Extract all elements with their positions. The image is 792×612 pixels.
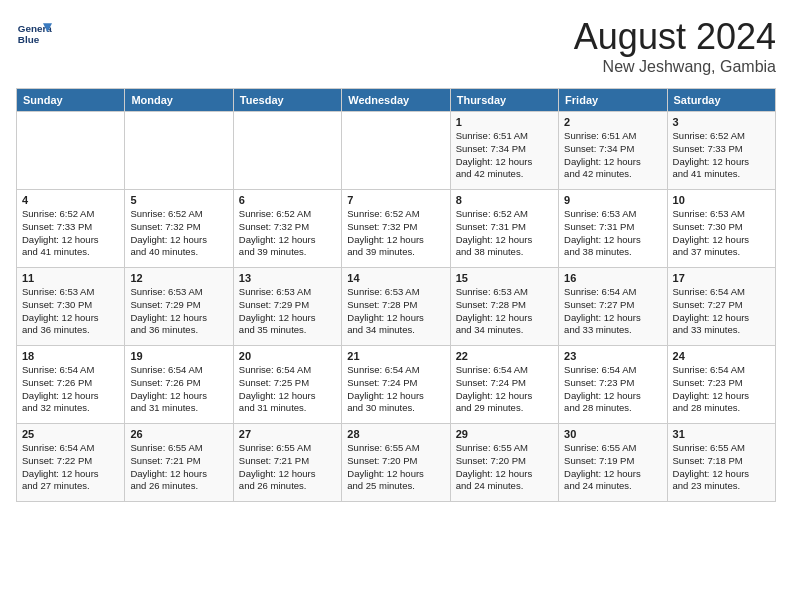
day-info: Sunrise: 6:52 AM Sunset: 7:32 PM Dayligh…	[347, 208, 444, 259]
day-info: Sunrise: 6:52 AM Sunset: 7:31 PM Dayligh…	[456, 208, 553, 259]
day-number: 23	[564, 350, 661, 362]
day-number: 9	[564, 194, 661, 206]
day-info: Sunrise: 6:54 AM Sunset: 7:27 PM Dayligh…	[673, 286, 770, 337]
day-number: 2	[564, 116, 661, 128]
title-block: August 2024 New Jeshwang, Gambia	[574, 16, 776, 76]
day-number: 20	[239, 350, 336, 362]
calendar-cell: 11Sunrise: 6:53 AM Sunset: 7:30 PM Dayli…	[17, 268, 125, 346]
main-title: August 2024	[574, 16, 776, 58]
day-info: Sunrise: 6:52 AM Sunset: 7:33 PM Dayligh…	[673, 130, 770, 181]
day-info: Sunrise: 6:55 AM Sunset: 7:18 PM Dayligh…	[673, 442, 770, 493]
page-header: General Blue August 2024 New Jeshwang, G…	[16, 16, 776, 76]
day-number: 11	[22, 272, 119, 284]
week-row-5: 25Sunrise: 6:54 AM Sunset: 7:22 PM Dayli…	[17, 424, 776, 502]
day-info: Sunrise: 6:54 AM Sunset: 7:26 PM Dayligh…	[130, 364, 227, 415]
day-info: Sunrise: 6:54 AM Sunset: 7:25 PM Dayligh…	[239, 364, 336, 415]
calendar-cell: 28Sunrise: 6:55 AM Sunset: 7:20 PM Dayli…	[342, 424, 450, 502]
subtitle: New Jeshwang, Gambia	[574, 58, 776, 76]
calendar-cell: 26Sunrise: 6:55 AM Sunset: 7:21 PM Dayli…	[125, 424, 233, 502]
calendar-cell: 16Sunrise: 6:54 AM Sunset: 7:27 PM Dayli…	[559, 268, 667, 346]
day-number: 31	[673, 428, 770, 440]
day-info: Sunrise: 6:55 AM Sunset: 7:19 PM Dayligh…	[564, 442, 661, 493]
day-number: 21	[347, 350, 444, 362]
day-number: 6	[239, 194, 336, 206]
calendar-cell: 19Sunrise: 6:54 AM Sunset: 7:26 PM Dayli…	[125, 346, 233, 424]
day-info: Sunrise: 6:53 AM Sunset: 7:30 PM Dayligh…	[22, 286, 119, 337]
week-row-1: 1Sunrise: 6:51 AM Sunset: 7:34 PM Daylig…	[17, 112, 776, 190]
day-number: 7	[347, 194, 444, 206]
calendar-cell: 2Sunrise: 6:51 AM Sunset: 7:34 PM Daylig…	[559, 112, 667, 190]
day-number: 29	[456, 428, 553, 440]
day-number: 27	[239, 428, 336, 440]
header-day-monday: Monday	[125, 89, 233, 112]
calendar-cell: 25Sunrise: 6:54 AM Sunset: 7:22 PM Dayli…	[17, 424, 125, 502]
calendar-cell: 15Sunrise: 6:53 AM Sunset: 7:28 PM Dayli…	[450, 268, 558, 346]
calendar-cell: 1Sunrise: 6:51 AM Sunset: 7:34 PM Daylig…	[450, 112, 558, 190]
calendar-cell: 13Sunrise: 6:53 AM Sunset: 7:29 PM Dayli…	[233, 268, 341, 346]
day-number: 25	[22, 428, 119, 440]
calendar-cell: 18Sunrise: 6:54 AM Sunset: 7:26 PM Dayli…	[17, 346, 125, 424]
header-day-thursday: Thursday	[450, 89, 558, 112]
calendar-cell: 12Sunrise: 6:53 AM Sunset: 7:29 PM Dayli…	[125, 268, 233, 346]
svg-text:Blue: Blue	[18, 34, 40, 45]
day-info: Sunrise: 6:55 AM Sunset: 7:20 PM Dayligh…	[456, 442, 553, 493]
calendar-cell	[342, 112, 450, 190]
day-info: Sunrise: 6:54 AM Sunset: 7:27 PM Dayligh…	[564, 286, 661, 337]
calendar-cell	[17, 112, 125, 190]
day-number: 18	[22, 350, 119, 362]
day-info: Sunrise: 6:54 AM Sunset: 7:23 PM Dayligh…	[673, 364, 770, 415]
calendar-body: 1Sunrise: 6:51 AM Sunset: 7:34 PM Daylig…	[17, 112, 776, 502]
day-info: Sunrise: 6:54 AM Sunset: 7:26 PM Dayligh…	[22, 364, 119, 415]
day-number: 26	[130, 428, 227, 440]
calendar-cell: 20Sunrise: 6:54 AM Sunset: 7:25 PM Dayli…	[233, 346, 341, 424]
day-info: Sunrise: 6:53 AM Sunset: 7:29 PM Dayligh…	[239, 286, 336, 337]
calendar-cell: 4Sunrise: 6:52 AM Sunset: 7:33 PM Daylig…	[17, 190, 125, 268]
day-info: Sunrise: 6:54 AM Sunset: 7:23 PM Dayligh…	[564, 364, 661, 415]
calendar-cell: 3Sunrise: 6:52 AM Sunset: 7:33 PM Daylig…	[667, 112, 775, 190]
calendar-cell: 24Sunrise: 6:54 AM Sunset: 7:23 PM Dayli…	[667, 346, 775, 424]
calendar-header: SundayMondayTuesdayWednesdayThursdayFrid…	[17, 89, 776, 112]
week-row-2: 4Sunrise: 6:52 AM Sunset: 7:33 PM Daylig…	[17, 190, 776, 268]
calendar-cell: 10Sunrise: 6:53 AM Sunset: 7:30 PM Dayli…	[667, 190, 775, 268]
calendar-cell: 23Sunrise: 6:54 AM Sunset: 7:23 PM Dayli…	[559, 346, 667, 424]
day-info: Sunrise: 6:53 AM Sunset: 7:28 PM Dayligh…	[347, 286, 444, 337]
calendar-cell: 7Sunrise: 6:52 AM Sunset: 7:32 PM Daylig…	[342, 190, 450, 268]
calendar-cell: 29Sunrise: 6:55 AM Sunset: 7:20 PM Dayli…	[450, 424, 558, 502]
calendar-cell: 21Sunrise: 6:54 AM Sunset: 7:24 PM Dayli…	[342, 346, 450, 424]
day-number: 22	[456, 350, 553, 362]
day-number: 16	[564, 272, 661, 284]
calendar-table: SundayMondayTuesdayWednesdayThursdayFrid…	[16, 88, 776, 502]
day-info: Sunrise: 6:53 AM Sunset: 7:31 PM Dayligh…	[564, 208, 661, 259]
day-info: Sunrise: 6:53 AM Sunset: 7:28 PM Dayligh…	[456, 286, 553, 337]
day-number: 8	[456, 194, 553, 206]
logo: General Blue	[16, 16, 52, 52]
header-day-tuesday: Tuesday	[233, 89, 341, 112]
day-number: 13	[239, 272, 336, 284]
header-day-wednesday: Wednesday	[342, 89, 450, 112]
day-number: 10	[673, 194, 770, 206]
calendar-cell: 22Sunrise: 6:54 AM Sunset: 7:24 PM Dayli…	[450, 346, 558, 424]
calendar-cell: 17Sunrise: 6:54 AM Sunset: 7:27 PM Dayli…	[667, 268, 775, 346]
calendar-cell: 14Sunrise: 6:53 AM Sunset: 7:28 PM Dayli…	[342, 268, 450, 346]
day-number: 4	[22, 194, 119, 206]
header-day-saturday: Saturday	[667, 89, 775, 112]
week-row-4: 18Sunrise: 6:54 AM Sunset: 7:26 PM Dayli…	[17, 346, 776, 424]
calendar-cell: 30Sunrise: 6:55 AM Sunset: 7:19 PM Dayli…	[559, 424, 667, 502]
header-row: SundayMondayTuesdayWednesdayThursdayFrid…	[17, 89, 776, 112]
day-number: 28	[347, 428, 444, 440]
day-number: 17	[673, 272, 770, 284]
calendar-cell	[125, 112, 233, 190]
day-info: Sunrise: 6:53 AM Sunset: 7:30 PM Dayligh…	[673, 208, 770, 259]
day-number: 12	[130, 272, 227, 284]
day-info: Sunrise: 6:54 AM Sunset: 7:24 PM Dayligh…	[456, 364, 553, 415]
calendar-cell: 27Sunrise: 6:55 AM Sunset: 7:21 PM Dayli…	[233, 424, 341, 502]
day-number: 24	[673, 350, 770, 362]
week-row-3: 11Sunrise: 6:53 AM Sunset: 7:30 PM Dayli…	[17, 268, 776, 346]
calendar-cell: 6Sunrise: 6:52 AM Sunset: 7:32 PM Daylig…	[233, 190, 341, 268]
day-info: Sunrise: 6:51 AM Sunset: 7:34 PM Dayligh…	[564, 130, 661, 181]
day-info: Sunrise: 6:52 AM Sunset: 7:33 PM Dayligh…	[22, 208, 119, 259]
day-info: Sunrise: 6:54 AM Sunset: 7:24 PM Dayligh…	[347, 364, 444, 415]
day-number: 19	[130, 350, 227, 362]
day-number: 1	[456, 116, 553, 128]
day-number: 5	[130, 194, 227, 206]
